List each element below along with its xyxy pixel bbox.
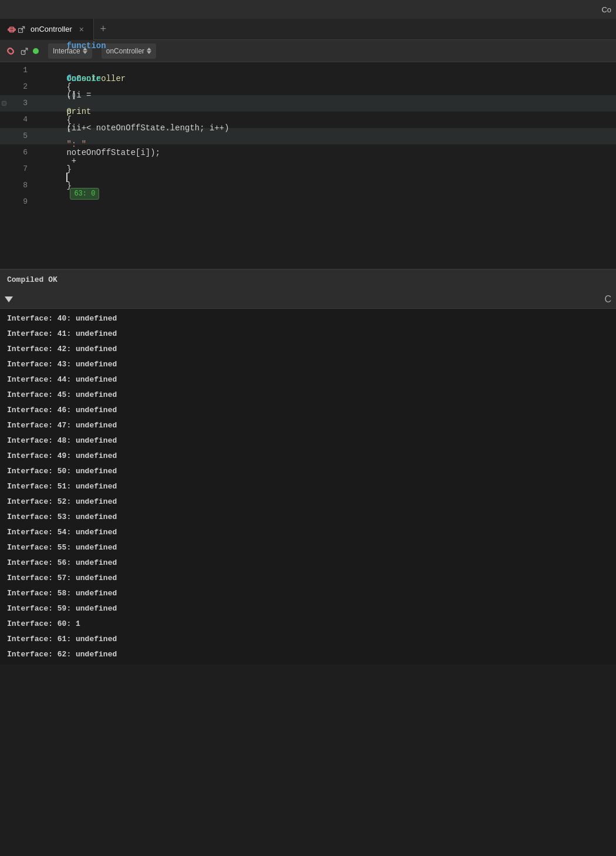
code-editor[interactable]: 1 function onController () 2 { 3 for (i … — [0, 62, 616, 269]
console-line-15: Interface: 55: undefined — [0, 540, 616, 555]
svg-rect-1 — [9, 27, 13, 32]
line-number-4: 4 — [8, 112, 35, 128]
chain-icon — [5, 45, 16, 57]
breakpoint-col-3 — [0, 101, 8, 106]
console-header: C — [0, 290, 616, 309]
console-output: Interface: 40: undefinedInterface: 41: u… — [0, 309, 616, 665]
print-fn: print — [66, 107, 91, 116]
code-line-8: 8 } — [0, 177, 616, 194]
line-number-1: 1 — [8, 62, 35, 79]
console-line-8: Interface: 48: undefined — [0, 433, 616, 449]
console-line-11: Interface: 51: undefined — [0, 479, 616, 494]
console-right-icon[interactable]: C — [604, 294, 611, 305]
title-bar-text: Co — [601, 5, 611, 14]
brace-close-2: } — [66, 181, 71, 190]
console-line-9: Interface: 49: undefined — [0, 449, 616, 464]
external-link-icon — [18, 25, 26, 33]
line-number-3: 3 — [8, 95, 35, 112]
console-line-10: Interface: 50: undefined — [0, 464, 616, 479]
console-line-7: Interface: 47: undefined — [0, 418, 616, 433]
dot: . — [66, 90, 71, 100]
line-number-7: 7 — [8, 161, 35, 177]
console-line-6: Interface: 46: undefined — [0, 403, 616, 418]
line-number-5: 5 — [8, 128, 35, 144]
console-line-17: Interface: 57: undefined — [0, 571, 616, 586]
console-line-13: Interface: 53: undefined — [0, 510, 616, 525]
console-line-12: Interface: 52: undefined — [0, 494, 616, 510]
console-line-22: Interface: 62: undefined — [0, 647, 616, 662]
console-line-3: Interface: 43: undefined — [0, 357, 616, 372]
console-line-14: Interface: 54: undefined — [0, 525, 616, 540]
line-number-2: 2 — [8, 79, 35, 95]
link-icon — [7, 25, 16, 34]
keyword-function: function — [66, 41, 106, 50]
console-panel: C Interface: 40: undefinedInterface: 41:… — [0, 290, 616, 665]
console-line-0: Interface: 40: undefined — [0, 311, 616, 326]
line-number-6: 6 — [8, 144, 35, 161]
line-content-8: } — [35, 161, 616, 210]
line-number-8: 8 — [8, 177, 35, 194]
console-line-4: Interface: 44: undefined — [0, 372, 616, 387]
arrow-box-icon — [20, 46, 29, 56]
console-line-5: Interface: 45: undefined — [0, 387, 616, 403]
title-bar: Co — [0, 0, 616, 19]
line-number-9: 9 — [8, 194, 35, 210]
console-line-19: Interface: 59: undefined — [0, 601, 616, 616]
console-line-2: Interface: 42: undefined — [0, 342, 616, 357]
external-link-toolbar-icon[interactable] — [19, 45, 31, 57]
breakpoint-marker-3 — [2, 101, 6, 106]
console-line-21: Interface: 61: undefined — [0, 632, 616, 647]
link-toolbar-icon[interactable] — [5, 45, 16, 57]
console-line-16: Interface: 56: undefined — [0, 555, 616, 571]
console-collapse-icon[interactable] — [5, 296, 13, 302]
console-line-1: Interface: 41: undefined — [0, 326, 616, 342]
compiled-status: Compiled OK — [7, 275, 57, 284]
console-obj: Console — [66, 74, 101, 83]
status-bar: Compiled OK — [0, 269, 616, 290]
console-line-18: Interface: 58: undefined — [0, 586, 616, 601]
console-line-20: Interface: 60: 1 — [0, 616, 616, 632]
toolbar-icon-group — [5, 45, 39, 57]
editor-blank-space — [0, 210, 616, 269]
